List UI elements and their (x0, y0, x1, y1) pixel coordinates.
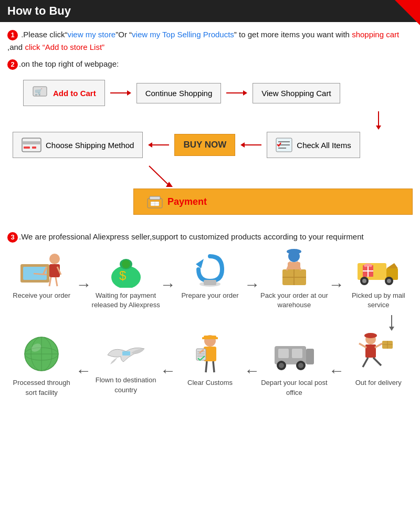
svg-marker-65 (389, 327, 394, 331)
content-area: 1 .Please click“view my store”Or “view m… (0, 22, 420, 413)
process-item-post-office: Depart your local post office (260, 333, 328, 397)
process-arrow-6: → (244, 351, 260, 380)
payment-icon (146, 194, 163, 209)
step3-number: 3 (7, 232, 18, 243)
check-all-items-btn[interactable]: Check All Items (267, 132, 360, 158)
arrow-left-1 (148, 140, 169, 150)
receive-order-icon (18, 248, 65, 288)
payment-label: Payment (167, 196, 207, 207)
svg-rect-11 (32, 147, 36, 149)
header: How to Buy (0, 0, 420, 22)
step1-link4[interactable]: click “Add to store List” (25, 43, 104, 51)
process-label-sort: Processed through sort facility (7, 378, 76, 397)
add-to-cart-btn[interactable]: 🛒 Add to Cart (23, 80, 105, 106)
svg-rect-95 (122, 351, 130, 356)
process-item-receive: Receive your order (7, 248, 76, 300)
svg-point-39 (122, 260, 130, 268)
process-item-pickup: Picked up by mail service (344, 248, 413, 310)
step1-text3: ” to get more items you want with (234, 30, 352, 39)
payment-btn[interactable]: Payment (133, 189, 413, 215)
arrow-down-1 (373, 111, 384, 130)
svg-point-58 (387, 279, 391, 283)
svg-line-72 (373, 358, 381, 365)
svg-text:$: $ (119, 268, 126, 283)
svg-marker-7 (376, 126, 381, 130)
step3-label: .We are professional Aliexpress seller,s… (19, 232, 364, 241)
payment-arrow-area (144, 163, 413, 192)
process-down-arrow (386, 315, 397, 331)
buy-now-label: BUY NOW (183, 140, 226, 150)
arrow-left-2 (240, 140, 261, 150)
svg-rect-67 (365, 344, 376, 358)
svg-marker-21 (166, 182, 173, 187)
svg-point-80 (279, 363, 284, 368)
arrow-diagonal (144, 163, 175, 190)
process-label-pickup: Picked up by mail service (344, 291, 413, 310)
svg-marker-40 (196, 259, 204, 268)
step1-link1[interactable]: view my store (68, 30, 116, 39)
continue-shopping-btn[interactable]: Continue Shopping (136, 83, 222, 103)
process-label-delivery: Out for delivery (355, 378, 402, 388)
process-row2: Out for delivery → Depart your local pos… (7, 333, 413, 397)
page-title: How to Buy (7, 4, 71, 18)
svg-line-93 (213, 361, 214, 372)
process-arrow-5: → (329, 351, 344, 380)
choose-shipping-label: Choose Shipping Method (46, 141, 134, 150)
svg-line-34 (56, 277, 57, 286)
process-arrow-2: → (160, 265, 176, 294)
process-item-delivery: Out for delivery (344, 333, 413, 388)
add-to-cart-label: Add to Cart (53, 89, 96, 98)
process-item-prepare: Prepare your order (176, 248, 244, 300)
flow-row1: 🛒 Add to Cart Continue Shopping View Sho… (23, 80, 413, 106)
svg-marker-13 (148, 142, 152, 148)
svg-rect-8 (22, 138, 41, 152)
flow-row2: Choose Shipping Method BUY NOW Check All… (13, 132, 413, 158)
process-item-payment-wait: $ Waiting for payment released by Aliexp… (91, 248, 160, 310)
svg-rect-45 (291, 249, 297, 252)
process-item-pack: Pack your order at our warehouse (260, 248, 328, 310)
svg-marker-5 (243, 90, 247, 96)
process-arrow-8: → (76, 351, 91, 380)
svg-rect-86 (202, 337, 218, 339)
step1-link3[interactable]: shopping cart (352, 30, 399, 39)
step1-link2[interactable]: view my Top Selling Products (132, 30, 234, 39)
view-shopping-cart-btn[interactable]: View Shopping Cart (253, 83, 340, 103)
pack-order-icon (272, 248, 317, 288)
process-label-prepare: Prepare your order (181, 291, 238, 300)
svg-line-20 (149, 166, 169, 185)
arrow-right-1 (110, 88, 131, 98)
svg-line-92 (206, 361, 207, 372)
svg-rect-77 (278, 349, 289, 358)
post-office-icon (272, 333, 317, 375)
row-connector-arrow (7, 315, 413, 331)
credit-card-icon (22, 138, 41, 152)
svg-point-56 (362, 279, 366, 283)
payment-area: Payment (133, 189, 413, 215)
choose-shipping-btn[interactable]: Choose Shipping Method (13, 132, 143, 158)
svg-marker-15 (240, 142, 245, 148)
process-row1: Receive your order → $ Waiting for payme… (7, 248, 413, 310)
process-arrow-7: → (160, 351, 176, 380)
svg-text:🛒: 🛒 (35, 88, 43, 96)
svg-marker-3 (127, 90, 131, 96)
step2-text: 2.on the top right of webpage: (7, 58, 413, 70)
svg-marker-54 (386, 263, 398, 268)
process-label-customs: Clear Customs (187, 378, 233, 388)
process-item-flight: Flown to destination country (91, 333, 160, 394)
svg-line-69 (359, 343, 366, 348)
sort-facility-icon (19, 333, 64, 375)
step1-text2: ”Or “ (116, 30, 132, 39)
buy-now-btn[interactable]: BUY NOW (174, 134, 235, 156)
process-label-flight: Flown to destination country (91, 375, 160, 394)
process-label-post-office: Depart your local post office (260, 378, 328, 397)
svg-rect-10 (24, 147, 30, 149)
process-arrow-3: → (244, 265, 260, 294)
check-all-items-label: Check All Items (297, 141, 351, 150)
cart-icon: 🛒 (32, 86, 49, 100)
pickup-icon (355, 248, 402, 288)
svg-line-70 (375, 343, 382, 348)
svg-line-33 (49, 277, 51, 286)
process-label-pack: Pack your order at our warehouse (260, 291, 328, 310)
customs-icon (189, 333, 231, 375)
arrow-right-2 (226, 88, 247, 98)
